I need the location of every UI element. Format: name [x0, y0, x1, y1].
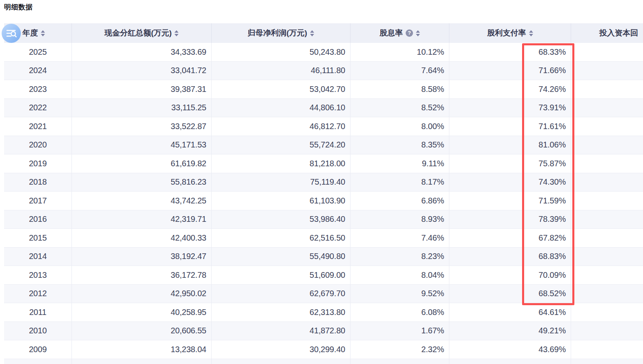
- cell-year: 2017: [4, 192, 72, 210]
- column-header-roic: 投入资本回: [571, 23, 643, 43]
- cell-empty: [212, 359, 351, 364]
- cell-empty: [351, 359, 449, 364]
- sort-arrows-year[interactable]: [41, 30, 45, 36]
- list-search-icon[interactable]: [2, 24, 21, 43]
- sort-arrows-dividend_yield[interactable]: [416, 30, 420, 36]
- table-row: 202534,333.6950,243.8010.12%68.33%: [4, 43, 643, 62]
- table-header-row: 年度现金分红总额(万元)归母净利润(万元)股息率?股利支付率投入资本回: [4, 23, 643, 43]
- cell-year: 2012: [4, 285, 72, 303]
- cell-payout_ratio: 74.30%: [449, 173, 571, 192]
- table-row: 202233,115.2544,806.108.52%73.91%: [4, 99, 643, 118]
- cell-dividend_yield: 7.46%: [351, 229, 449, 247]
- cell-cash_dividend: 39,387.31: [72, 80, 212, 98]
- cell-payout_ratio: 81.06%: [449, 136, 571, 154]
- cell-net_profit: 81,218.00: [212, 154, 351, 173]
- cell-payout_ratio: 71.61%: [449, 117, 571, 136]
- cell-year: 2020: [4, 136, 72, 154]
- cell-dividend_yield: 2.32%: [351, 340, 449, 359]
- cell-empty: [449, 359, 571, 364]
- sort-up-icon: [416, 30, 420, 33]
- cell-roic: [571, 285, 643, 303]
- cell-year: 2015: [4, 229, 72, 247]
- sort-up-icon: [310, 30, 314, 33]
- cell-net_profit: 51,609.00: [212, 266, 351, 284]
- cell-net_profit: 62,679.70: [212, 285, 351, 303]
- cell-payout_ratio: 67.82%: [449, 229, 571, 247]
- table-row: 202045,171.5355,724.208.35%81.06%: [4, 136, 643, 155]
- cell-roic: [571, 80, 643, 98]
- cell-dividend_yield: 1.67%: [351, 322, 449, 340]
- cell-year: 2018: [4, 173, 72, 192]
- column-label-year: 年度: [22, 28, 38, 38]
- sort-down-icon: [41, 34, 45, 36]
- cell-roic: [571, 248, 643, 266]
- cell-roic: [571, 154, 643, 173]
- sort-arrows-net_profit[interactable]: [310, 30, 314, 36]
- cell-net_profit: 55,724.20: [212, 136, 351, 154]
- cell-cash_dividend: 34,333.69: [72, 43, 212, 61]
- table-row: 202433,041.7246,111.807.64%71.66%: [4, 62, 643, 80]
- column-header-payout_ratio[interactable]: 股利支付率: [449, 23, 571, 43]
- cell-payout_ratio: 71.59%: [449, 192, 571, 210]
- help-icon[interactable]: ?: [406, 29, 413, 37]
- cell-net_profit: 30,299.40: [212, 340, 351, 359]
- sort-down-icon: [174, 34, 179, 36]
- table-row: 200913,238.0430,299.402.32%43.69%: [4, 340, 643, 359]
- column-header-cash_dividend[interactable]: 现金分红总额(万元): [72, 23, 212, 43]
- cell-year: 2010: [4, 322, 72, 340]
- cell-cash_dividend: 33,115.25: [72, 99, 212, 117]
- sort-up-icon: [174, 30, 179, 33]
- table-row: 201961,619.8281,218.009.11%75.87%: [4, 154, 643, 173]
- cell-year: 2021: [4, 117, 72, 136]
- cell-roic: [571, 322, 643, 340]
- cell-cash_dividend: 13,238.04: [72, 340, 212, 359]
- cell-payout_ratio: 70.09%: [449, 266, 571, 284]
- cell-dividend_yield: 6.86%: [351, 192, 449, 210]
- cell-roic: [571, 173, 643, 192]
- cell-cash_dividend: 42,400.33: [72, 229, 212, 247]
- cell-cash_dividend: 33,522.87: [72, 117, 212, 136]
- cell-year: 2016: [4, 210, 72, 229]
- cell-roic: [571, 62, 643, 80]
- table-row: 201242,950.0262,679.709.52%68.52%: [4, 285, 643, 304]
- cell-net_profit: 50,243.80: [212, 43, 351, 61]
- cell-empty: [4, 359, 72, 364]
- cell-net_profit: 41,872.80: [212, 322, 351, 340]
- cell-net_profit: 55,490.80: [212, 248, 351, 266]
- cell-payout_ratio: 75.87%: [449, 154, 571, 173]
- sort-down-icon: [416, 34, 420, 36]
- cell-cash_dividend: 20,606.55: [72, 322, 212, 340]
- cell-net_profit: 75,119.40: [212, 173, 351, 192]
- table-row: 201140,258.9562,313.806.08%64.61%: [4, 303, 643, 322]
- column-header-dividend_yield[interactable]: 股息率?: [351, 23, 449, 43]
- cell-roic: [571, 229, 643, 247]
- cell-payout_ratio: 68.83%: [449, 248, 571, 266]
- cell-roic: [571, 210, 643, 229]
- cell-dividend_yield: 8.04%: [351, 266, 449, 284]
- cell-payout_ratio: 73.91%: [449, 99, 571, 117]
- cell-dividend_yield: 8.23%: [351, 248, 449, 266]
- cell-cash_dividend: 55,816.23: [72, 173, 212, 192]
- cell-dividend_yield: 9.52%: [351, 285, 449, 303]
- cell-roic: [571, 192, 643, 210]
- column-header-net_profit[interactable]: 归母净利润(万元): [212, 23, 351, 43]
- cell-roic: [571, 117, 643, 136]
- cell-year: 2024: [4, 62, 72, 80]
- sort-arrows-cash_dividend[interactable]: [174, 30, 179, 36]
- cell-roic: [571, 99, 643, 117]
- table-body: 202534,333.6950,243.8010.12%68.33%202433…: [4, 43, 643, 364]
- cell-year: 2023: [4, 80, 72, 98]
- table-row: 202133,522.8746,812.708.00%71.61%: [4, 117, 643, 136]
- cell-cash_dividend: 40,258.95: [72, 303, 212, 322]
- column-label-payout_ratio: 股利支付率: [487, 28, 526, 38]
- sort-arrows-payout_ratio[interactable]: [529, 30, 533, 36]
- cell-payout_ratio: 64.61%: [449, 303, 571, 322]
- cell-dividend_yield: 8.93%: [351, 210, 449, 229]
- cell-cash_dividend: 42,950.02: [72, 285, 212, 303]
- cell-year: 2025: [4, 43, 72, 61]
- column-label-cash_dividend: 现金分红总额(万元): [105, 28, 172, 38]
- cell-net_profit: 61,103.90: [212, 192, 351, 210]
- cell-dividend_yield: 9.11%: [351, 154, 449, 173]
- page: 明细数据 年度现金分红总额(万元)归母净利润(万元)股息率?股利支付率投入资本回…: [0, 0, 643, 364]
- table-row: 201855,816.2375,119.408.17%74.30%: [4, 173, 643, 192]
